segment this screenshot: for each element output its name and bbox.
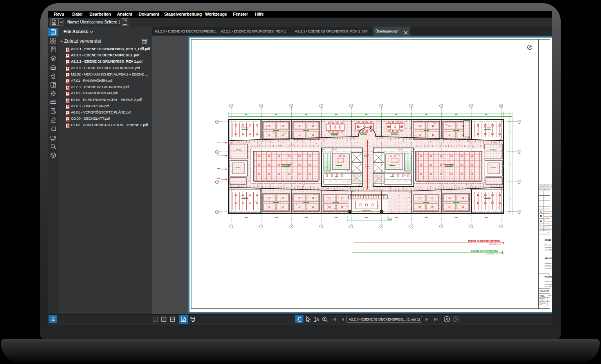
stacked-view-button[interactable] [170,317,175,322]
menu-item-hilfe[interactable]: Hilfe [255,11,264,18]
markup-list-toggle-button[interactable] [49,315,57,323]
select-text-button[interactable]: A [314,317,319,322]
bookmarks-icon [50,46,56,52]
next-view-button[interactable] [453,316,459,323]
pdf-page[interactable]: 1122334455667788991010EEDDCCBBEBENE 02 D… [188,36,552,313]
svg-text:A: A [540,220,542,222]
recent-file-row[interactable]: M2.02 - MECHANISCHER AUFBAU – EBENE ... [58,71,152,77]
laptop-mockup: RevuDateiBearbeitenAnsichtDokumentStapel… [0,0,601,364]
recent-file-row[interactable]: E2.02 - ELEKTROANLAGEN – EBENE 2.pdf [58,97,152,103]
sidebar-tab-signature[interactable] [48,115,58,124]
svg-text:TITEL:: TITEL: [540,295,545,297]
sidebar-tab-bookmarks[interactable] [48,45,58,54]
recent-file-row[interactable]: A6.01 - VERGRÖSSERTE PLÄNE.pdf [58,109,152,115]
sidebar-tab-scanner[interactable] [48,133,58,142]
svg-text:Tel: +49 89: Tel: +49 89 [545,286,552,288]
sidebar-tab-places[interactable] [48,72,58,81]
svg-text:Anzugsplanung: Anzugsplanung [544,211,552,213]
tab-close-icon[interactable] [404,29,408,33]
previous-view-button[interactable] [444,316,450,323]
file-name: A2.6.1 - DACHPLAN.pdf [71,104,109,108]
tool-chest-icon [50,64,56,70]
last-page-button[interactable] [434,317,438,321]
file-name: A2.2.1 - EBENE 02 GRUNDRISS.pdf [71,85,129,89]
zoom-tool-button[interactable] [322,316,328,323]
side-by-side-view-button[interactable] [161,317,166,322]
select-text-icon: A [314,317,319,322]
svg-text:PROJEKTNR.: PROJEKTNR. [540,303,546,304]
document-tab-2[interactable]: A2.2.1 - EBENE 02 GRUNDRISS_REV 1 [218,27,292,36]
document-toolbar: 10Name:ÜberlagerungSeiten:1 [48,18,552,27]
recent-file-row[interactable]: A7.01 - RAUMHÖHEN.pdf [58,77,152,84]
file-name: G0.00 - DECKBLATT.pdf [71,116,110,121]
add-page-button[interactable] [121,18,129,26]
scanner-icon [50,135,56,141]
page-selector[interactable]: A2.2.3 - EBENE 02 DECKENSPIEG... (1 von … [347,316,422,323]
sidebar-tab-search[interactable] [48,142,58,151]
file-name: P2.02 - SANITÄRINSTALLATION – EBENE 2.pd… [71,123,148,127]
menu-item-stapelverarbeitung[interactable]: Stapelverarbeitung [164,11,202,18]
recent-file-row[interactable]: A2.2.2 - EBENE 02 ENDE GRUNDRISS.pdf [58,65,152,71]
recent-file-row[interactable]: A2.2.1 - EBENE 02 GRUNDRISS.pdf [58,84,152,90]
recent-files-section[interactable]: Zuletzt verwendet [58,37,152,46]
sidebar-tab-spaces[interactable] [48,81,58,89]
svg-text:1: 1 [502,250,504,254]
next-view-icon [453,316,459,323]
svg-text:FÜR ANDERE ZWECKE: FÜR ANDERE ZWECKE [540,189,551,191]
pan-tool-button[interactable] [295,315,303,323]
app-window: RevuDateiBearbeitenAnsichtDokumentStapel… [48,11,552,325]
file-name: A7.01 - RAUMHÖHEN.pdf [71,78,112,83]
properties-icon [50,90,56,97]
first-page-button[interactable] [332,317,336,321]
presentation-mode-button[interactable] [190,317,195,322]
overlay-view-button[interactable] [179,315,188,324]
laptop-base [1,339,600,363]
recent-file-row[interactable]: A1.01 - STANDORTPLAN.pdf [58,90,152,96]
menu-item-ansicht[interactable]: Ansicht [117,11,132,18]
tab-label: A2.2.1 - EBENE 02 GRUNDRISS_REV 1_Diff [295,29,367,33]
sidebar-tab-3d-model[interactable] [48,151,58,160]
markup-list-icon [50,316,56,322]
menu-item-fenster[interactable]: Fenster [233,11,248,18]
svg-text:10: 10 [53,22,56,24]
grid-view-icon[interactable] [142,39,147,44]
recent-file-row[interactable]: A2.2.1 - EBENE 02 GRUNDRISS_REV 1.pdf [58,58,152,65]
dashboard-icon [50,38,56,44]
select-tool-button[interactable] [305,316,310,322]
next-page-button[interactable] [425,317,429,321]
document-tab-3[interactable]: A2.2.1 - EBENE 02 GRUNDRISS_REV 1_Diff [292,27,373,36]
menu-item-datei[interactable]: Datei [72,11,83,18]
document-tab-4[interactable]: Überlagerung* [373,27,411,36]
close-icon [404,31,408,35]
laptop-chin [40,325,561,339]
recent-file-row[interactable]: A2.6.1 - DACHPLAN.pdf [58,103,152,109]
sidebar-tab-tool-chest[interactable] [48,63,58,72]
sidebar-tab-file-access[interactable] [48,28,58,36]
sidebar-tab-layers[interactable] [48,54,58,63]
svg-text:1:100: 1:100 [540,300,543,301]
overlay-name-label: Name: [67,18,79,27]
panel-title[interactable]: File Access [63,29,88,34]
recent-file-row[interactable]: A2.2.3 - EBENE 02 DECKENSPIEGEL.pdf [58,52,152,58]
recent-file-row[interactable]: G0.00 - DECKBLATT.pdf [58,115,152,122]
svg-text:REV: REV [540,225,542,226]
zoom-tool-icon [322,316,328,323]
sidebar-tab-dashboard[interactable] [48,36,58,45]
menu-item-dokument[interactable]: Dokument [139,11,159,18]
overlay-floorplan-drawing: 1122334455667788991010EEDDCCBBEBENE 02 D… [190,38,552,312]
document-canvas[interactable]: 1122334455667788991010EEDDCCBBEBENE 02 D… [152,36,552,314]
recent-file-row[interactable]: P2.02 - SANITÄRINSTALLATION – EBENE 2.pd… [58,122,152,128]
menu-item-werkzeuge[interactable]: Werkzeuge [205,11,227,18]
menu-item-revu[interactable]: Revu [54,11,64,18]
overlay-settings-button[interactable]: 10 [50,18,63,26]
sidebar-tab-properties[interactable] [48,89,58,98]
sidebar-tab-measure[interactable] [48,98,58,106]
document-tab-1[interactable]: A2.2.3 - EBENE 02 DECKENSPIEGEL [152,27,218,36]
single-page-view-button[interactable] [153,317,158,322]
svg-text:BESCHREIBUNG: BESCHREIBUNG [544,225,552,226]
sidebar-tab-markup-list[interactable] [48,107,58,115]
previous-page-button[interactable] [341,317,345,321]
sidebar-tab-tag[interactable] [48,124,58,133]
menu-item-bearbeiten[interactable]: Bearbeiten [89,11,111,18]
recent-file-row[interactable]: A2.2.1 - EBENE 02 GRUNDRISS_REV 1_Diff.p… [58,46,152,52]
